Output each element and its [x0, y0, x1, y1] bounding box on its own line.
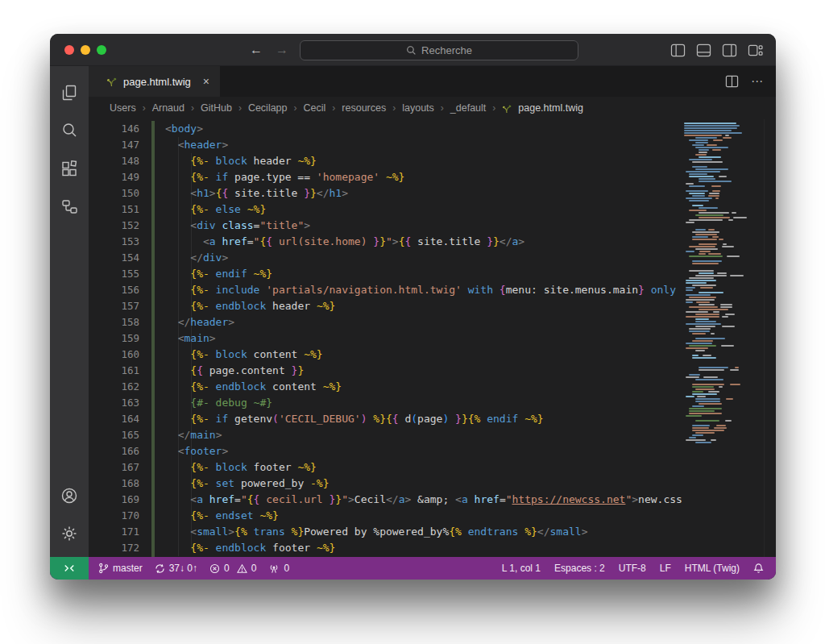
- code-lines[interactable]: 146<body>147 <header>148 {%- block heade…: [89, 121, 682, 557]
- toggle-panel-icon[interactable]: [696, 44, 711, 57]
- code-text[interactable]: </main>: [139, 427, 222, 443]
- minimap-line: [682, 306, 764, 308]
- code-text[interactable]: <a href="{{ url(site.home) }}">{{ site.t…: [139, 234, 524, 250]
- tab-close-icon[interactable]: ×: [203, 75, 209, 88]
- account-icon[interactable]: [50, 476, 89, 514]
- code-text[interactable]: <body>: [139, 121, 203, 137]
- code-editor[interactable]: 146<body>147 <header>148 {%- block heade…: [89, 119, 776, 557]
- code-text[interactable]: <h1>{{ site.title }}</h1>: [139, 185, 348, 202]
- line-number[interactable]: 160: [89, 347, 139, 363]
- code-text[interactable]: </div>: [139, 250, 228, 266]
- line-number[interactable]: 158: [89, 314, 139, 330]
- code-text[interactable]: {%- endblock header ~%}: [139, 298, 335, 314]
- back-button[interactable]: ←: [250, 44, 263, 56]
- explorer-icon[interactable]: [50, 73, 89, 111]
- cursor-position[interactable]: L 1, col 1: [502, 563, 541, 574]
- line-number[interactable]: 165: [89, 427, 139, 443]
- breadcrumb-item[interactable]: GitHub: [201, 102, 232, 114]
- line-number[interactable]: 168: [89, 476, 139, 492]
- close-window-button[interactable]: [64, 45, 74, 55]
- breadcrumb-item[interactable]: Arnaud: [152, 102, 184, 114]
- line-number[interactable]: 151: [89, 202, 139, 218]
- command-center-search[interactable]: Recherche: [300, 40, 578, 60]
- code-text[interactable]: {%- endblock footer ~%}: [139, 540, 335, 556]
- code-text[interactable]: {%- if getenv('CECIL_DEBUG') %}{{ d(page…: [139, 411, 544, 427]
- tab-page-html-twig[interactable]: page.html.twig ×: [89, 66, 220, 97]
- hierarchy-view-icon[interactable]: [50, 187, 89, 225]
- line-number[interactable]: 169: [89, 492, 139, 508]
- toggle-secondary-sidebar-icon[interactable]: [722, 44, 737, 57]
- code-text[interactable]: {%- block content ~%}: [139, 347, 323, 363]
- line-number[interactable]: 150: [89, 185, 139, 202]
- code-text[interactable]: {%- block footer ~%}: [139, 459, 317, 476]
- line-number[interactable]: 162: [89, 379, 139, 395]
- line-number[interactable]: 171: [89, 524, 139, 540]
- git-branch-status[interactable]: master: [98, 563, 143, 574]
- language-mode[interactable]: HTML (Twig): [685, 563, 740, 574]
- breadcrumb-item[interactable]: _default: [450, 102, 486, 114]
- line-number[interactable]: 156: [89, 282, 139, 298]
- split-editor-icon[interactable]: [725, 75, 739, 88]
- line-number[interactable]: 167: [89, 459, 139, 476]
- breadcrumb-item[interactable]: Cecilapp: [248, 102, 288, 114]
- code-text[interactable]: {%- include 'partials/navigation.html.tw…: [139, 282, 682, 298]
- code-text[interactable]: {%- endblock content ~%}: [139, 379, 342, 395]
- code-text[interactable]: <header>: [139, 137, 228, 153]
- line-number[interactable]: 157: [89, 298, 139, 314]
- breadcrumb-item[interactable]: resources: [342, 102, 386, 114]
- line-number[interactable]: 146: [89, 121, 139, 137]
- zoom-window-button[interactable]: [97, 45, 106, 55]
- problems-status[interactable]: 0 0: [209, 563, 256, 574]
- line-number[interactable]: 153: [89, 234, 139, 250]
- encoding-setting[interactable]: UTF-8: [619, 563, 646, 574]
- ports-status[interactable]: 0: [268, 563, 289, 574]
- code-text[interactable]: {%- endset ~%}: [139, 508, 279, 524]
- customize-layout-icon[interactable]: [748, 44, 763, 57]
- code-text[interactable]: {{ page.content }}: [139, 363, 304, 379]
- forward-button[interactable]: →: [276, 44, 288, 56]
- code-text[interactable]: {#- debug ~#}: [139, 395, 272, 411]
- code-text[interactable]: <small>{% trans %}Powered by %powered_by…: [139, 524, 587, 540]
- line-number[interactable]: 149: [89, 169, 139, 185]
- line-number[interactable]: 159: [89, 330, 139, 347]
- code-text[interactable]: {%- set powered_by -%}: [139, 476, 330, 492]
- minimize-window-button[interactable]: [81, 45, 90, 55]
- line-number[interactable]: 163: [89, 395, 139, 411]
- git-sync-status[interactable]: 37↓ 0↑: [155, 563, 197, 574]
- search-sidebar-icon[interactable]: [50, 111, 89, 149]
- code-text[interactable]: {%- if page.type == 'homepage' ~%}: [139, 169, 404, 185]
- title-bar[interactable]: ← → Recherche: [50, 34, 776, 66]
- code-text[interactable]: {%- endif ~%}: [139, 266, 272, 282]
- code-text[interactable]: {%- block header ~%}: [139, 153, 317, 169]
- toggle-primary-sidebar-icon[interactable]: [670, 44, 686, 57]
- desktop-background: ← → Recherche: [0, 0, 825, 644]
- breadcrumb-item[interactable]: layouts: [402, 102, 434, 114]
- line-number[interactable]: 155: [89, 266, 139, 282]
- code-text[interactable]: <a href="{{ cecil.url }}">Cecil</a> &amp…: [139, 492, 682, 508]
- remote-indicator[interactable]: [50, 557, 89, 580]
- breadcrumb-item[interactable]: Users: [110, 102, 136, 114]
- line-number[interactable]: 166: [89, 443, 139, 459]
- eol-setting[interactable]: LF: [660, 563, 671, 574]
- line-number[interactable]: 148: [89, 153, 139, 169]
- more-actions-icon[interactable]: ⋯: [751, 74, 764, 89]
- code-text[interactable]: </header>: [139, 314, 234, 330]
- line-number[interactable]: 147: [89, 137, 139, 153]
- line-number[interactable]: 152: [89, 218, 139, 234]
- code-text[interactable]: {%- else ~%}: [139, 202, 266, 218]
- breadcrumb-item[interactable]: Cecil: [304, 102, 326, 114]
- indentation-setting[interactable]: Espaces : 2: [554, 563, 605, 574]
- line-number[interactable]: 172: [89, 540, 139, 556]
- breadcrumb-file[interactable]: page.html.twig: [518, 102, 583, 114]
- code-text[interactable]: <footer>: [139, 443, 228, 459]
- code-text[interactable]: <main>: [139, 330, 216, 347]
- line-number[interactable]: 170: [89, 508, 139, 524]
- settings-gear-icon[interactable]: [50, 514, 89, 552]
- code-text[interactable]: <div class="title">: [139, 218, 310, 234]
- line-number[interactable]: 154: [89, 250, 139, 266]
- line-number[interactable]: 164: [89, 411, 139, 427]
- line-number[interactable]: 161: [89, 363, 139, 379]
- extensions-icon[interactable]: [50, 149, 89, 187]
- minimap[interactable]: [682, 119, 764, 557]
- notifications-bell-icon[interactable]: [753, 563, 764, 574]
